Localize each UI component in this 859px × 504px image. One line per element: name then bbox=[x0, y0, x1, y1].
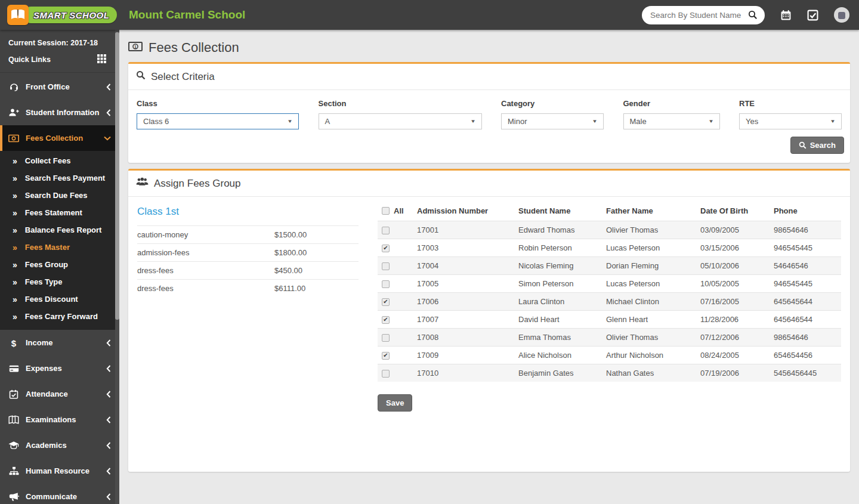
submenu-item-label: Collect Fees bbox=[25, 156, 71, 165]
search-button[interactable]: Search bbox=[790, 137, 844, 154]
fee-name: dress-fees bbox=[137, 284, 274, 293]
criteria-footer: Search bbox=[128, 132, 850, 163]
chevron-left-icon bbox=[106, 493, 111, 500]
student-checkbox[interactable] bbox=[382, 227, 390, 234]
father-name-cell: Michael Clinton bbox=[606, 292, 700, 310]
submenu-item-fees-type[interactable]: »Fees Type bbox=[0, 273, 119, 290]
search-icon[interactable] bbox=[748, 10, 758, 20]
submenu-item-fees-discount[interactable]: »Fees Discount bbox=[0, 290, 119, 308]
table-row[interactable]: ✔17009Alice NicholsonArthur Nicholson08/… bbox=[378, 346, 841, 364]
admission-number-cell: 17001 bbox=[417, 221, 518, 239]
students-table-body: 17001Edward ThomasOlivier Thomas03/09/20… bbox=[378, 221, 841, 382]
date-of-birth-cell: 03/15/2006 bbox=[700, 239, 774, 256]
student-name-cell: David Heart bbox=[518, 310, 606, 328]
calendar-icon[interactable] bbox=[780, 10, 792, 21]
phone-cell: 54646546 bbox=[774, 256, 841, 274]
book-logo-icon bbox=[7, 5, 29, 25]
submenu-item-fees-carry-forward[interactable]: »Fees Carry Forward bbox=[0, 308, 119, 325]
table-row[interactable]: 17010Benjamin GatesNathan Gates07/19/200… bbox=[378, 364, 841, 382]
table-row[interactable]: ✔17006Laura ClintonMichael Clinton07/16/… bbox=[378, 292, 841, 310]
field-label: Category bbox=[501, 99, 604, 108]
table-row[interactable]: 17001Edward ThomasOlivier Thomas03/09/20… bbox=[378, 221, 841, 239]
phone-cell: 946545445 bbox=[774, 239, 841, 256]
submenu-item-search-due-fees[interactable]: »Search Due Fees bbox=[0, 187, 119, 204]
student-checkbox[interactable]: ✔ bbox=[382, 245, 390, 252]
brand: SMART SCHOOL bbox=[7, 5, 117, 24]
fee-amount: $6111.00 bbox=[274, 284, 305, 293]
select-all-header: All bbox=[378, 202, 417, 221]
sidebar-item-expenses[interactable]: Expenses bbox=[0, 355, 119, 381]
date-of-birth-cell: 05/10/2006 bbox=[700, 256, 774, 274]
sidebar-item-front-office[interactable]: Front Office bbox=[0, 74, 119, 100]
sidebar-item-fees-collection[interactable]: Fees Collection bbox=[0, 125, 119, 151]
save-button[interactable]: Save bbox=[378, 394, 412, 412]
table-row[interactable]: 17008Emma ThomasOlivier Thomas07/12/2006… bbox=[378, 328, 841, 346]
student-checkbox[interactable] bbox=[382, 280, 390, 288]
headset-icon bbox=[8, 82, 19, 91]
sidebar-scrollbar[interactable] bbox=[115, 30, 119, 504]
sidebar-item-examinations[interactable]: Examinations bbox=[0, 407, 119, 432]
class-select[interactable]: Class 6▼ bbox=[137, 113, 299, 129]
table-row[interactable]: 17004Nicolas FlemingDorian Fleming05/10/… bbox=[378, 256, 841, 274]
sidebar-scrollbar-thumb[interactable] bbox=[115, 32, 119, 320]
student-checkbox[interactable] bbox=[382, 334, 390, 342]
sidebar-item-academics[interactable]: Academics bbox=[0, 432, 119, 458]
table-row[interactable]: 17005Simon PetersonLucas Peterson10/05/2… bbox=[378, 274, 841, 292]
student-checkbox[interactable]: ✔ bbox=[382, 298, 390, 306]
submenu-item-fees-master[interactable]: »Fees Master bbox=[0, 239, 119, 256]
select-all-checkbox[interactable] bbox=[382, 207, 390, 215]
chevron-down-icon: ▼ bbox=[470, 119, 476, 124]
sidebar-item-label: Academics bbox=[26, 441, 106, 450]
father-name-cell: Arthur Nicholson bbox=[606, 346, 700, 364]
submenu-item-label: Fees Discount bbox=[25, 295, 78, 304]
section-select[interactable]: A▼ bbox=[319, 113, 482, 129]
phone-cell: 654654456 bbox=[774, 346, 841, 364]
submenu-item-balance-fees-report[interactable]: »Balance Fees Report bbox=[0, 221, 119, 239]
fees-list: caution-money$1500.00admission-fees$1800… bbox=[137, 225, 359, 297]
submenu-item-search-fees-payment[interactable]: »Search Fees Payment bbox=[0, 169, 119, 187]
select-criteria-title: Select Criteria bbox=[151, 71, 215, 83]
student-checkbox[interactable] bbox=[382, 262, 390, 270]
column-header-father-name: Father Name bbox=[606, 202, 700, 221]
submenu-item-fees-statement[interactable]: »Fees Statement bbox=[0, 204, 119, 221]
chevron-down-icon bbox=[104, 136, 111, 141]
field-label: Class bbox=[137, 99, 299, 108]
field-class: ClassClass 6▼ bbox=[137, 99, 299, 129]
fees-group-name: Class 1st bbox=[137, 202, 359, 225]
table-row[interactable]: ✔17007David HeartGlenn Heart11/28/200664… bbox=[378, 310, 841, 328]
sidebar-item-human-resource[interactable]: Human Resource bbox=[0, 458, 119, 484]
table-row[interactable]: ✔17003Robin PetersonLucas Peterson03/15/… bbox=[378, 239, 841, 256]
student-search-box[interactable] bbox=[642, 6, 765, 24]
student-checkbox-cell bbox=[378, 256, 417, 274]
sidebar-item-income[interactable]: $Income bbox=[0, 330, 119, 355]
student-name-cell: Simon Peterson bbox=[518, 274, 606, 292]
grid-icon[interactable] bbox=[97, 54, 106, 65]
student-checkbox[interactable]: ✔ bbox=[382, 316, 390, 324]
gender-select[interactable]: Male▼ bbox=[623, 113, 720, 129]
sidebar-item-attendance[interactable]: Attendance bbox=[0, 381, 119, 407]
student-checkbox-cell bbox=[378, 274, 417, 292]
search-input[interactable] bbox=[649, 10, 744, 20]
app-logo[interactable]: SMART SCHOOL bbox=[0, 0, 119, 30]
tasks-icon[interactable] bbox=[807, 10, 818, 21]
phone-cell: 98654646 bbox=[774, 221, 841, 239]
category-select[interactable]: Minor▼ bbox=[501, 113, 604, 129]
sidebar-item-student-information[interactable]: Student Information bbox=[0, 100, 119, 125]
school-name: Mount Carmel School bbox=[129, 8, 245, 21]
double-angle-icon: » bbox=[13, 295, 17, 304]
quick-links-label: Quick Links bbox=[8, 55, 51, 64]
submenu-item-label: Fees Statement bbox=[25, 208, 82, 217]
fees-group-panel: Class 1st caution-money$1500.00admission… bbox=[137, 202, 359, 412]
sidebar-item-communicate[interactable]: Communicate bbox=[0, 484, 119, 504]
user-avatar[interactable] bbox=[834, 7, 849, 23]
date-of-birth-cell: 11/28/2006 bbox=[700, 310, 774, 328]
quick-links[interactable]: Quick Links bbox=[8, 54, 106, 65]
student-checkbox[interactable] bbox=[382, 370, 390, 378]
submenu-item-fees-group[interactable]: »Fees Group bbox=[0, 256, 119, 273]
fee-name: dress-fees bbox=[137, 266, 274, 275]
submenu-item-collect-fees[interactable]: »Collect Fees bbox=[0, 152, 119, 169]
student-name-cell: Robin Peterson bbox=[518, 239, 606, 256]
rte-select[interactable]: Yes▼ bbox=[739, 113, 842, 129]
student-checkbox[interactable]: ✔ bbox=[382, 352, 390, 360]
chevron-left-icon bbox=[106, 84, 111, 91]
